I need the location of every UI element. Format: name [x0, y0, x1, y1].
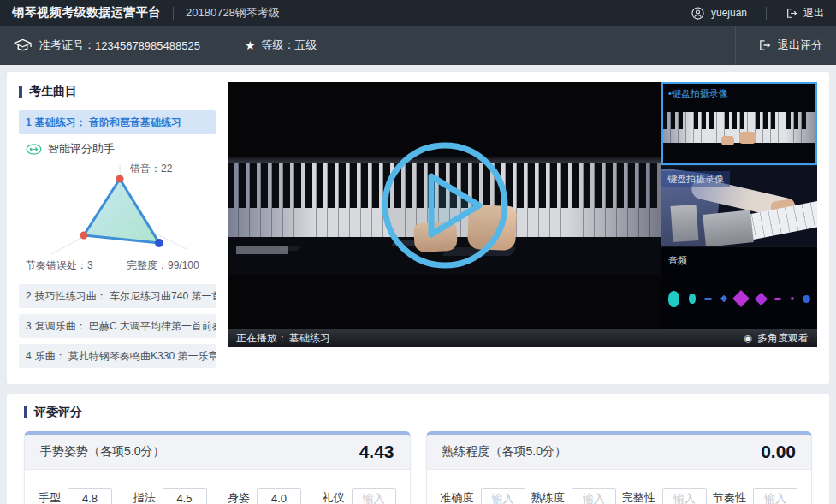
admission-number-label: 准考证号：	[39, 38, 95, 53]
logout-button[interactable]: 退出	[786, 6, 824, 21]
mini-black-keys	[663, 112, 815, 128]
exit-scoring-button[interactable]: 退出评分	[735, 26, 822, 65]
score-card-header: 手势姿势（各项5.0分） 4.43	[25, 435, 410, 470]
score-card-body: 准确度 熟练度 完整性 节奏性	[427, 470, 812, 504]
app-title: 钢琴视频考级数据运营平台	[12, 5, 161, 21]
radar-axis-wrong-notes: 错音：22	[129, 163, 173, 175]
score-card-title: 手势姿势（各项5.0分）	[40, 444, 164, 460]
field-proficiency: 熟练度	[531, 488, 616, 504]
song-item-3[interactable]: 3复调乐曲： 巴赫C 大调平均律第一首前奏曲	[19, 314, 216, 338]
level-label: 等级：	[261, 38, 294, 53]
speaker-box	[703, 210, 754, 246]
thumbnail-1-label-text: 键盘拍摄录像	[672, 88, 728, 98]
waveform-blob	[720, 295, 726, 302]
posture-input[interactable]	[257, 488, 301, 504]
mini-hand	[739, 132, 756, 144]
field-etiquette: 礼仪	[323, 488, 396, 504]
keyboard-camera-thumbnail-2[interactable]: 键盘拍摄录像	[661, 165, 817, 246]
video-region: •键盘拍摄录像 键盘拍摄录像	[228, 82, 817, 347]
field-label: 指法	[133, 490, 156, 504]
etiquette-input[interactable]	[352, 488, 396, 504]
mini-hand	[721, 136, 734, 145]
field-label: 熟练度	[531, 490, 565, 504]
field-completeness: 完整性	[622, 488, 707, 504]
song-num: 2	[26, 290, 32, 302]
keyboard-camera-thumbnail-1[interactable]: •键盘拍摄录像	[661, 82, 817, 165]
thumbnail-2-label: 键盘拍摄录像	[661, 171, 730, 187]
waveform-blob	[791, 297, 794, 300]
main-video-player[interactable]	[228, 82, 661, 329]
graduation-cap-icon	[14, 39, 32, 53]
song-item-2[interactable]: 2技巧性练习曲： 车尔尼练习曲740 第一首	[19, 284, 216, 308]
field-accuracy: 准确度	[441, 488, 525, 504]
waveform-blob	[732, 290, 750, 307]
proficiency-input[interactable]	[572, 488, 616, 504]
section-title-bar	[24, 406, 27, 418]
field-hand-shape: 手型	[39, 488, 112, 504]
radar-axis-rhythm-errors: 节奏错误处：3	[26, 259, 93, 271]
audio-track-panel: 音频	[661, 246, 817, 329]
audio-label: 音频	[668, 254, 687, 267]
score-card-total: 0.00	[761, 442, 796, 462]
now-playing-value: 基础练习	[289, 331, 330, 346]
multi-angle-button[interactable]: ◉ 多角度观看	[744, 331, 809, 346]
song-category: 复调乐曲：	[35, 320, 86, 332]
song-item-4[interactable]: 4乐曲： 莫扎特钢琴奏鸣曲K330 第一乐章	[19, 344, 216, 368]
speaker-box	[671, 205, 699, 242]
song-section-title: 考生曲目	[19, 84, 216, 99]
song-item-1[interactable]: 1基础练习： 音阶和琶音基础练习	[19, 110, 216, 134]
accuracy-input[interactable]	[481, 488, 525, 504]
song-category: 技巧性练习曲：	[35, 290, 107, 302]
score-card-total: 4.43	[359, 442, 394, 462]
song-piece: 莫扎特钢琴奏鸣曲K330 第一乐章	[68, 350, 216, 362]
exit-scoring-icon	[758, 39, 771, 51]
rhythm-input[interactable]	[753, 488, 797, 504]
fingering-input[interactable]	[163, 488, 207, 504]
score-card-gesture: 手势姿势（各项5.0分） 4.43 手型 指法 身姿 礼仪	[24, 431, 411, 504]
video-status-bar: 正在播放： 基础练习 ◉ 多角度观看	[228, 329, 817, 347]
topbar-right: yuejuan 退出	[691, 6, 824, 21]
admission-number-value: 12345678985488525	[95, 39, 200, 52]
assistant-title: 智能评分助手	[48, 141, 115, 157]
song-list: 考生曲目 1基础练习： 音阶和琶音基础练习 智能评分助手	[19, 82, 216, 374]
completeness-input[interactable]	[662, 488, 707, 504]
radar-chart: 错音：22 节奏错误处：3 完整度：99/100	[19, 158, 214, 273]
scoring-section-title: 评委评分	[24, 405, 812, 420]
waveform-blob	[689, 294, 696, 304]
topbar-left: 钢琴视频考级数据运营平台 20180728钢琴考级	[12, 5, 280, 21]
assistant-header: 智能评分助手	[26, 141, 216, 157]
play-button-icon[interactable]	[380, 140, 510, 270]
field-label: 节奏性	[713, 490, 746, 504]
field-label: 礼仪	[323, 490, 345, 504]
score-card-title: 熟练程度（各项5.0分）	[442, 444, 566, 460]
song-category: 基础练习：	[35, 116, 86, 128]
field-label: 手型	[39, 490, 61, 504]
section-title-bar	[19, 86, 22, 98]
assistant-icon	[26, 144, 42, 155]
logout-label: 退出	[803, 6, 824, 21]
now-playing: 正在播放： 基础练习	[236, 331, 330, 346]
hand-shape-input[interactable]	[68, 488, 112, 504]
field-posture: 身姿	[228, 488, 301, 504]
exit-scoring-label: 退出评分	[778, 38, 822, 53]
multi-angle-label: 多角度观看	[757, 331, 809, 346]
now-playing-label: 正在播放：	[236, 331, 288, 346]
field-label: 准确度	[441, 490, 474, 504]
star-icon: ★	[245, 39, 256, 52]
thumbnail-1-label: •键盘拍摄录像	[668, 87, 728, 100]
field-fingering: 指法	[133, 488, 207, 504]
song-num: 1	[26, 116, 32, 128]
scoring-section-title-text: 评委评分	[34, 405, 82, 420]
waveform-blob	[754, 293, 768, 306]
field-label: 完整性	[622, 490, 655, 504]
score-card-body: 手型 指法 身姿 礼仪	[25, 470, 410, 504]
song-num: 3	[26, 320, 32, 332]
waveform-blob	[704, 298, 712, 300]
sheet-music-still	[236, 246, 288, 254]
username[interactable]: yuejuan	[711, 7, 747, 19]
song-section-title-text: 考生曲目	[29, 84, 77, 99]
score-card-header: 熟练程度（各项5.0分） 0.00	[427, 435, 812, 470]
user-icon	[691, 7, 704, 20]
ai-assistant-panel: 智能评分助手 错音：22	[19, 141, 216, 276]
audio-waveform	[668, 289, 810, 308]
